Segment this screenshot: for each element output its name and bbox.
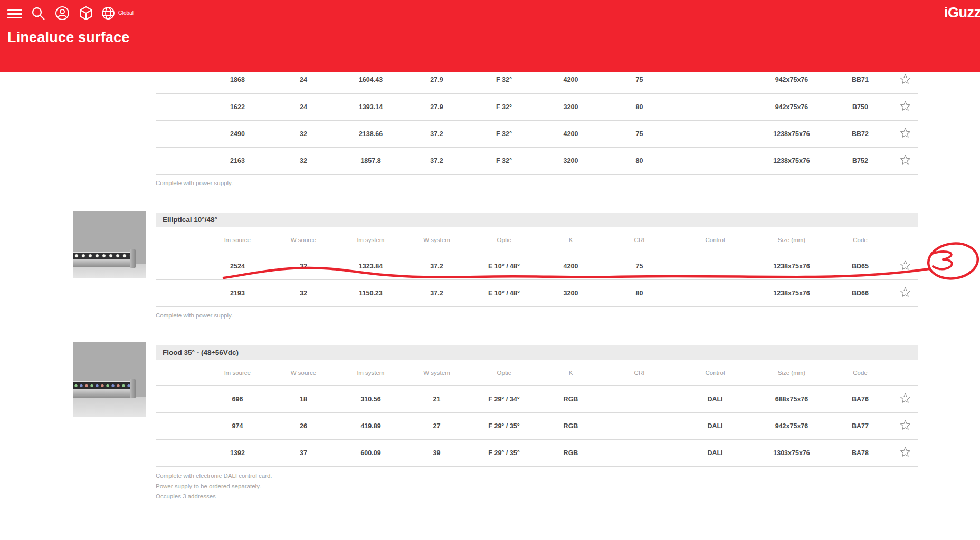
table-row: 97426419.8927F 29° / 35°RGBDALI942x75x76… (156, 412, 918, 439)
table-cell: 37.2 (404, 120, 470, 147)
table-cell: RGB (538, 385, 603, 412)
favorite-star-button[interactable] (892, 412, 918, 439)
star-icon (900, 155, 911, 165)
product-box-icon[interactable] (79, 6, 93, 21)
table-cell: BD65 (829, 253, 892, 279)
table-footnote: Complete with power supply. (156, 180, 233, 186)
column-header: lm system (338, 227, 404, 253)
products-table-elliptical: lm sourceW sourcelm systemW systemOpticK… (156, 227, 918, 307)
column-header-row: lm sourceW sourcelm systemW systemOpticK… (156, 227, 918, 253)
table-row: 2524321323.8437.2E 10° / 48°4200751238x7… (156, 253, 918, 279)
table-cell: 2490 (206, 120, 269, 147)
table-cell (675, 120, 755, 147)
table-row: 2193321150.2337.2E 10° / 48°3200801238x7… (156, 279, 918, 306)
column-header: Optic (470, 227, 538, 253)
table-footnote: Complete with power supply. (156, 312, 233, 319)
table-cell: 37.2 (404, 253, 470, 279)
favorite-star-button[interactable] (892, 439, 918, 466)
table-cell: 942x75x76 (755, 66, 829, 93)
products-table-frame: 1868241604.4327.9F 32°420075942x75x76BB7… (156, 66, 918, 175)
star-icon (900, 74, 911, 84)
table-cell: 2524 (206, 253, 269, 279)
table-cell: 1238x75x76 (755, 120, 829, 147)
table-cell: F 32° (470, 147, 538, 174)
section-header-elliptical: Elliptical 10°/48° (156, 213, 918, 227)
column-header: Size (mm) (755, 360, 829, 385)
led-strip-rgb (73, 382, 131, 389)
search-icon[interactable] (31, 6, 45, 21)
table-cell: B750 (829, 93, 892, 120)
column-header: W system (404, 360, 470, 385)
column-header: K (538, 360, 603, 385)
table-cell: BA76 (829, 385, 892, 412)
table-cell: 696 (206, 385, 269, 412)
column-header: lm system (338, 360, 404, 385)
column-header: K (538, 227, 603, 253)
table-cell: 1303x75x76 (755, 439, 829, 466)
globe-icon[interactable] (101, 6, 116, 21)
table-cell: 1238x75x76 (755, 147, 829, 174)
table-cell: 1150.23 (338, 279, 404, 306)
favorite-star-button[interactable] (892, 66, 918, 93)
spacer-cell (156, 279, 206, 306)
spacer-cell (892, 227, 918, 253)
spacer-cell (156, 66, 206, 93)
page-title: Linealuce surface (7, 30, 130, 46)
table-cell: 3200 (538, 93, 603, 120)
table-cell: RGB (538, 439, 603, 466)
table-cell: 1392 (206, 439, 269, 466)
favorite-star-button[interactable] (892, 120, 918, 147)
favorite-star-button[interactable] (892, 93, 918, 120)
luminaire-endcap (130, 379, 136, 399)
table-cell: 27 (404, 412, 470, 439)
favorite-star-button[interactable] (892, 147, 918, 174)
section-header-flood: Flood 35° - (48÷56Vdc) (156, 345, 918, 360)
table-cell: B752 (829, 147, 892, 174)
table-cell: 310.56 (338, 385, 404, 412)
table-cell: 26 (269, 412, 338, 439)
hamburger-menu-icon[interactable] (7, 7, 22, 22)
table-cell: BB71 (829, 66, 892, 93)
table-cell: 32 (269, 147, 338, 174)
table-cell (675, 147, 755, 174)
favorite-star-button[interactable] (892, 385, 918, 412)
table-cell: 27.9 (404, 93, 470, 120)
column-header: Code (829, 360, 892, 385)
table-cell: 4200 (538, 66, 603, 93)
table-cell: 37.2 (404, 279, 470, 306)
table-cell: 1393.14 (338, 93, 404, 120)
table-cell: F 32° (470, 120, 538, 147)
star-icon (900, 447, 911, 457)
column-header: Control (675, 360, 755, 385)
global-region-label[interactable]: Global (118, 10, 134, 16)
table-cell: 21 (404, 385, 470, 412)
star-icon (900, 128, 911, 138)
table-cell: 27.9 (404, 66, 470, 93)
table-cell (675, 253, 755, 279)
table-cell: 75 (603, 253, 675, 279)
column-header: W source (269, 227, 338, 253)
favorite-star-button[interactable] (892, 253, 918, 279)
table-cell: 80 (603, 147, 675, 174)
iguzzini-logo[interactable]: iGuzzini (944, 5, 980, 21)
table-cell: F 29° / 35° (470, 439, 538, 466)
luminaire-bar (73, 252, 131, 266)
table-cell: 4200 (538, 120, 603, 147)
spacer-cell (156, 147, 206, 174)
table-cell: 942x75x76 (755, 93, 829, 120)
table-cell: DALI (675, 385, 755, 412)
column-header-row: lm sourceW sourcelm systemW systemOpticK… (156, 360, 918, 385)
table-cell: 3200 (538, 147, 603, 174)
luminaire-endcap (130, 249, 136, 268)
spacer-cell (156, 227, 206, 253)
table-cell (675, 66, 755, 93)
table-cell: 37 (269, 439, 338, 466)
table-cell: 1238x75x76 (755, 279, 829, 306)
table-cell: 80 (603, 279, 675, 306)
table-cell: 37.2 (404, 147, 470, 174)
favorite-star-button[interactable] (892, 279, 918, 306)
column-header: Size (mm) (755, 227, 829, 253)
table-row: 1622241393.1427.9F 32°320080942x75x76B75… (156, 93, 918, 120)
table-cell: BA77 (829, 412, 892, 439)
account-icon[interactable] (55, 6, 70, 21)
